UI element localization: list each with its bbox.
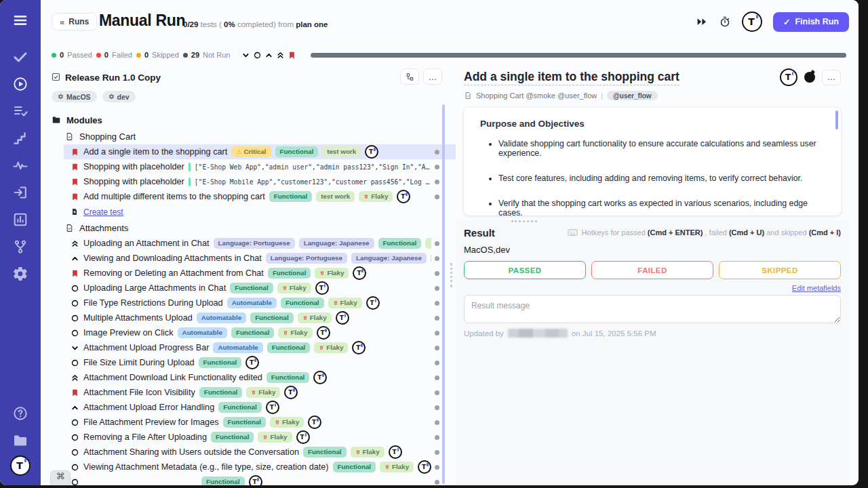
test-title: Attachment Upload Error Handling [83,403,214,412]
badge-functional: Functional [267,342,311,353]
menu-icon[interactable] [12,12,28,28]
circle-priority-icon [71,478,79,486]
description-heading: Purpose and Objectives [480,119,825,129]
import-icon[interactable] [12,184,28,201]
run-progress-subtitle: 0/29 tests ( 0% completed) from plan one [183,20,328,28]
chevron-down-filter-icon[interactable] [241,51,250,60]
test-title: Viewing and Downloading Attachments in C… [83,253,262,263]
test-title: File Size Limit During Upload [83,358,195,367]
description-scrollbar[interactable] [835,110,838,129]
gear-icon [58,94,64,100]
chevron-up-priority-icon [71,254,79,263]
steps-icon[interactable] [12,130,28,146]
create-test-link[interactable]: Create test [71,204,456,220]
badge-functional: Functional [269,191,313,202]
report-icon[interactable] [12,211,28,228]
test-row[interactable]: Attachment Upload Error HandlingFunction… [64,400,456,415]
checklist-icon[interactable] [12,103,28,119]
check-icon[interactable] [12,49,28,65]
test-title: Add a single item to the shopping cart [83,147,227,157]
fast-forward-icon[interactable] [696,16,708,28]
status-dot [435,420,439,425]
finish-run-button[interactable]: ✓ Finish Run [773,12,849,32]
test-row[interactable]: File Attachment Preview for ImagesFuncti… [64,415,456,430]
brand-logo [284,386,298,399]
test-row[interactable]: Image Preview on ClickAutomatableFunctio… [64,325,456,340]
test-row[interactable]: Uploading Large Attachments in ChatFunct… [64,281,456,296]
edit-run-icon[interactable] [51,72,61,82]
circle-filter-icon[interactable] [253,51,262,60]
panel-resize-handle[interactable] [450,263,452,287]
circle-priority-icon [71,359,79,367]
test-row[interactable]: Viewing Attachment Metadata (e.g., file … [64,460,456,474]
description-resize-handle[interactable] [511,220,537,222]
play-circle-icon[interactable] [12,76,28,92]
test-row[interactable]: Removing or Deleting an Attachment from … [64,266,456,281]
badge-language: Language: Japanese [351,253,427,264]
edit-metafields-link[interactable]: Edit metafields [792,284,841,292]
test-menu-button[interactable]: … [822,70,841,85]
circle-priority-icon [71,299,79,308]
status-counter: 0Passed [52,51,92,59]
test-row[interactable]: File Type Restrictions During UploadAuto… [64,296,456,310]
projects-icon[interactable] [12,432,28,449]
badge-automatable: Automatable [197,312,246,323]
test-row[interactable]: Shopping with placeholder["E-Shop Web Ap… [64,159,456,174]
test-row[interactable]: Add a single item to the shopping cart⚠C… [64,144,456,159]
status-dot [435,465,439,470]
bookmark-priority-icon [71,178,79,186]
timer-icon[interactable] [804,72,815,83]
test-list-scrollbar[interactable] [442,104,445,484]
tree-root-modules[interactable]: Modules [52,112,456,128]
circle-priority-icon [71,418,79,427]
test-row[interactable]: Functional [64,474,456,485]
badge-functional: Functional [199,387,243,398]
result-message-input[interactable] [464,295,841,323]
test-row[interactable]: Multiple Attachments UploadAutomatableFu… [64,310,456,325]
test-title: Attachment Download Link Functionality e… [83,373,262,382]
test-row[interactable]: Attachment File Icon VisibilityFunctiona… [64,385,456,400]
tag-user-flow[interactable]: @user_flow [607,91,657,100]
activity-icon[interactable] [12,157,28,174]
test-row[interactable]: Viewing and Downloading Attachments in C… [64,251,456,266]
status-dot [435,316,439,321]
stopwatch-icon[interactable] [719,16,731,28]
header-actions: ✓ Finish Run [696,12,849,32]
skipped-button[interactable]: SKIPPED [719,261,841,279]
description-card: Purpose and Objectives Validate shopping… [464,107,841,216]
failed-button[interactable]: FAILED [591,261,713,279]
status-dot [435,256,439,261]
chevron-up-filter-icon[interactable] [264,51,273,60]
status-counters: 0Passed0Failed0Skipped29Not Run [52,51,234,59]
branch-icon[interactable] [12,239,28,255]
test-row[interactable]: File Size Limit During UploadFunctional [64,355,456,370]
test-row[interactable]: Attachment Download Link Functionality e… [64,370,456,385]
tree-view-button[interactable] [400,68,419,85]
bookmark-filter-icon[interactable] [288,51,296,60]
passed-button[interactable]: PASSED [464,261,586,279]
test-example-data: ["E-Shop Web App","admin_user","admin_pa… [195,163,431,171]
run-stats-row: 0Passed0Failed0Skipped29Not Run [52,50,846,60]
test-row[interactable]: Attachment Sharing with Users outside th… [64,445,456,460]
test-title[interactable]: Add a single item to the shopping cart [464,70,679,85]
test-row[interactable]: Attachment Upload Progress BarAutomatabl… [64,340,456,355]
status-dot [435,180,439,184]
run-menu-button[interactable]: … [423,68,442,85]
status-dot [435,346,439,350]
back-to-runs-button[interactable]: « Runs [52,13,97,30]
test-title: Viewing Attachment Metadata (e.g., file … [83,462,329,472]
breadcrumb-text[interactable]: Shopping Cart @smoke @user_flow [476,92,597,100]
test-row[interactable]: Add multiple different items to the shop… [64,189,456,204]
command-shortcut-button[interactable]: ⌘ [50,470,71,485]
test-row[interactable]: Uploading an Attachment in ChatLanguage:… [64,236,456,251]
chevrons-up-filter-icon[interactable] [276,51,285,60]
test-row[interactable]: Shopping with placeholder["E-Shop Mobile… [64,174,456,189]
suite-row[interactable]: Shopping Cart [65,128,456,144]
test-row[interactable]: Removing a File After UploadingFunctiona… [64,430,456,445]
brand-logo[interactable] [10,455,31,476]
brand-logo[interactable] [742,12,762,32]
brand-logo[interactable] [780,68,797,86]
help-icon[interactable] [12,405,28,422]
settings-icon[interactable] [12,266,28,282]
suite-row[interactable]: Attachments [65,220,456,236]
